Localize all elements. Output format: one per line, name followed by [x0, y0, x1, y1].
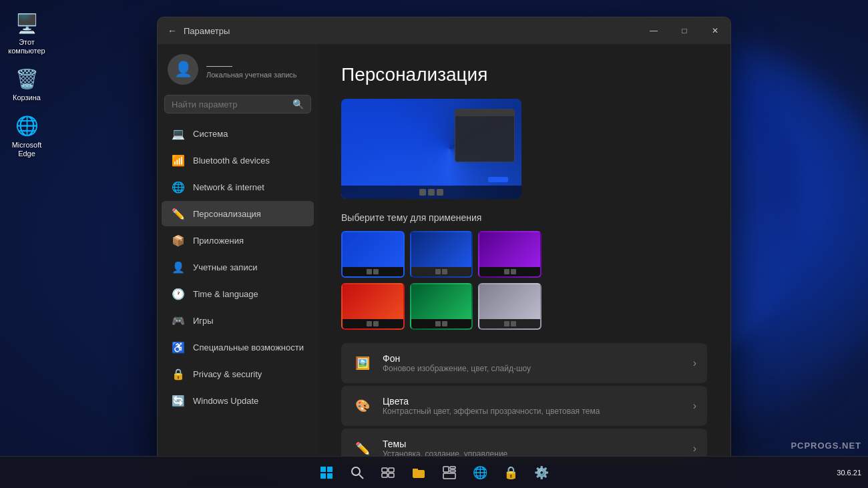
theme-5-dot2: [442, 321, 447, 326]
update-icon: 🔄: [172, 394, 185, 407]
privacy-icon: 🔒: [172, 367, 185, 381]
svg-rect-9: [389, 473, 394, 477]
preview-window-bar: [455, 109, 514, 116]
sidebar-item-accounts[interactable]: 👤 Учетные записи: [162, 254, 314, 280]
theme-2-taskbar: [411, 267, 472, 276]
back-button[interactable]: ←: [168, 25, 177, 36]
svg-rect-3: [327, 473, 333, 479]
window-title: Параметры: [184, 26, 230, 36]
colors-subtitle: Контрастный цвет, эффекты прозрачности, …: [383, 407, 693, 416]
sidebar-item-personalization-label: Персонализация: [193, 209, 261, 219]
desktop-icon-area: 🖥️ Этот компьютер 🗑️ Корзина 🌐 Microsoft…: [0, 0, 53, 488]
theme-6-taskbar: [479, 319, 540, 328]
search-box: 🔍: [164, 95, 311, 113]
sidebar-item-privacy-label: Privacy & security: [193, 369, 262, 379]
theme-3-preview: [479, 232, 540, 276]
background-text: Фон Фоновое изображение, цвет, слайд-шоу: [383, 353, 693, 373]
taskbar: 🌐 🔒 ⚙️ 30.6.21: [0, 456, 868, 488]
sidebar-item-privacy[interactable]: 🔒 Privacy & security: [162, 361, 314, 387]
sidebar-item-time[interactable]: 🕐 Time & language: [162, 281, 314, 306]
search-taskbar-button[interactable]: [344, 459, 371, 486]
background-icon: 🖼️: [352, 352, 373, 374]
svg-line-5: [359, 475, 363, 479]
theme-6-dot: [504, 321, 509, 326]
theme-card-5[interactable]: [410, 283, 473, 330]
settings-taskbar-button[interactable]: ⚙️: [528, 459, 555, 486]
theme-6-dot2: [511, 321, 516, 326]
desktop-icon-computer[interactable]: 🖥️ Этот компьютер: [3, 7, 50, 59]
maximize-button[interactable]: □: [669, 17, 700, 44]
desktop: 🖥️ Этот компьютер 🗑️ Корзина 🌐 Microsoft…: [0, 0, 868, 488]
theme-2-dot: [435, 269, 441, 274]
theme-1-dot: [367, 269, 372, 274]
apps-icon: 📦: [172, 234, 185, 247]
accessibility-icon: ♿: [172, 340, 185, 354]
sidebar-item-update[interactable]: 🔄 Windows Update: [162, 388, 314, 413]
theme-5-preview: [411, 284, 472, 328]
sidebar-item-gaming[interactable]: 🎮 Игры: [162, 308, 314, 333]
theme-4-dot: [367, 321, 372, 326]
task-view-button[interactable]: [375, 459, 401, 486]
theme-1-taskbar: [343, 267, 403, 276]
theme-card-4[interactable]: [341, 283, 405, 330]
sidebar-item-network-label: Network & internet: [193, 182, 264, 192]
svg-rect-2: [320, 473, 326, 479]
svg-rect-12: [443, 467, 449, 472]
sidebar-item-apps[interactable]: 📦 Приложения: [162, 228, 314, 253]
themes-arrow-icon: ›: [693, 443, 696, 455]
theme-4-taskbar: [343, 319, 403, 328]
theme-card-6[interactable]: [478, 283, 541, 330]
sidebar-item-personalization[interactable]: ✏️ Персонализация: [162, 201, 314, 226]
edge-taskbar-button[interactable]: 🌐: [467, 459, 493, 486]
taskbar-time: 30.6.21: [837, 469, 861, 477]
svg-rect-14: [450, 470, 455, 472]
sidebar-item-accessibility-label: Специальные возможности: [193, 342, 304, 352]
svg-rect-13: [450, 467, 455, 469]
search-input[interactable]: [172, 99, 287, 109]
file-explorer-taskbar-button[interactable]: [405, 459, 432, 486]
theme-preview-banner: [341, 99, 521, 199]
main-content: Персонализация Выберите тему для при: [318, 44, 730, 463]
theme-3-dot: [504, 269, 509, 274]
theme-4-dot2: [373, 321, 379, 326]
theme-5-dot: [435, 321, 441, 326]
search-taskbar-icon: [351, 466, 364, 479]
search-icon: 🔍: [292, 99, 304, 109]
sidebar-item-bluetooth[interactable]: 📶 Bluetooth & devices: [162, 148, 314, 173]
user-profile[interactable]: 👤 ——— Локальная учетная запись: [158, 44, 318, 91]
theme-card-1[interactable]: [341, 231, 405, 278]
theme-4-preview: [343, 284, 403, 328]
sidebar-item-apps-label: Приложения: [193, 236, 244, 246]
sidebar-item-system[interactable]: 💻 Система: [162, 121, 314, 146]
sidebar-item-update-label: Windows Update: [193, 396, 258, 406]
colors-title: Цвета: [383, 396, 693, 407]
file-explorer-icon: [412, 467, 425, 479]
minimize-button[interactable]: —: [638, 17, 669, 44]
theme-card-2[interactable]: [410, 231, 473, 278]
close-button[interactable]: ✕: [700, 17, 730, 44]
desktop-icon-edge[interactable]: 🌐 Microsoft Edge: [3, 109, 50, 162]
trash-icon-label: Корзина: [13, 93, 41, 102]
sidebar-item-network[interactable]: 🌐 Network & internet: [162, 174, 314, 200]
theme-5-taskbar: [411, 319, 472, 328]
theme-1-dot2: [373, 269, 379, 274]
menu-item-colors[interactable]: 🎨 Цвета Контрастный цвет, эффекты прозра…: [341, 386, 707, 426]
time-icon: 🕐: [172, 287, 185, 300]
menu-item-background[interactable]: 🖼️ Фон Фоновое изображение, цвет, слайд-…: [341, 343, 707, 383]
theme-card-3[interactable]: [478, 231, 541, 278]
accounts-icon: 👤: [172, 260, 185, 274]
theme-6-preview: [479, 284, 540, 328]
edge-icon: 🌐: [13, 113, 40, 140]
start-button[interactable]: [313, 459, 340, 486]
theme-section-label: Выберите тему для применения: [341, 212, 707, 223]
widgets-taskbar-button[interactable]: [436, 459, 463, 486]
preview-button-sim: [488, 177, 508, 182]
desktop-icon-trash[interactable]: 🗑️ Корзина: [3, 62, 50, 105]
taskbar-right: 30.6.21: [837, 469, 861, 477]
colors-text: Цвета Контрастный цвет, эффекты прозрачн…: [383, 396, 693, 416]
taskbar-center: 🌐 🔒 ⚙️: [313, 459, 555, 486]
svg-rect-7: [389, 468, 394, 472]
watermark: PCPROGS.NET: [791, 441, 861, 451]
wallet-taskbar-button[interactable]: 🔒: [497, 459, 524, 486]
sidebar-item-accessibility[interactable]: ♿ Специальные возможности: [162, 334, 314, 360]
